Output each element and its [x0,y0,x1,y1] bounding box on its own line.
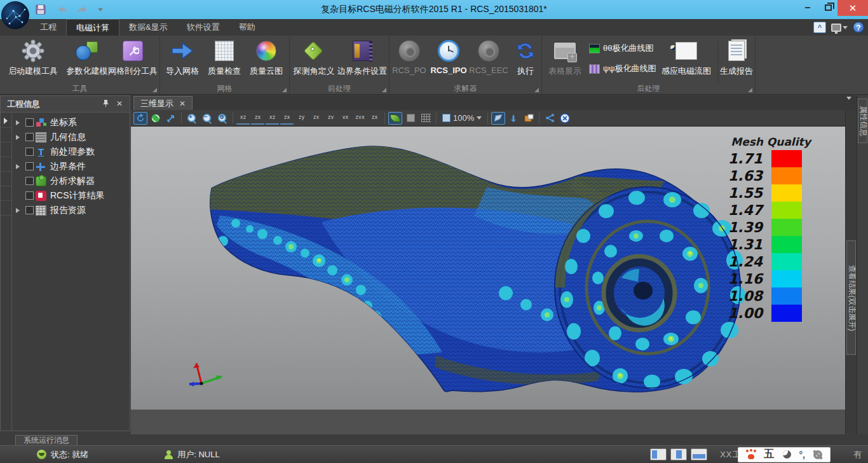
checkbox[interactable] [25,206,34,214]
generate-report-button[interactable]: 生成报告 [719,38,754,83]
minimize-button[interactable]: – [798,0,817,15]
app-logo[interactable] [1,1,29,29]
probe-angle-button[interactable]: 探测角定义 [291,38,337,83]
import-mesh-button[interactable]: 导入网格 [163,38,202,83]
view-zy-button[interactable]: zy [295,112,308,125]
gutter-arrow-icon[interactable] [4,118,8,124]
view-yz-button[interactable]: zx [309,112,323,125]
pan-button[interactable] [164,112,178,125]
tree-item-preprocess-params[interactable]: T 前处理参数 [12,144,128,159]
clear-view-button[interactable] [558,112,572,125]
view-xz-button[interactable]: xz [266,112,279,125]
orbit-button[interactable] [149,112,163,125]
close-button[interactable]: ✕ [837,0,868,16]
checkbox[interactable] [25,191,34,200]
boundary-settings-button[interactable]: 边界条件设置 [336,38,389,83]
tab-3d-display[interactable]: 三维显示 ✕ [133,96,193,110]
display-options-button[interactable] [831,24,848,32]
expander-icon[interactable] [16,135,20,140]
checkbox[interactable] [25,133,34,141]
checkbox[interactable] [25,118,34,127]
table-display-button[interactable]: 表格展示 [545,38,585,83]
pin-icon[interactable] [100,99,111,109]
psi-polar-curve-button[interactable]: ψψ极化曲线图 [589,61,656,76]
rainbow-sphere-icon [256,38,276,64]
tree-item-solver[interactable]: 分析求解器 [12,174,128,188]
tree-item-boundary[interactable]: 边界条件 [12,159,128,174]
tab-settings[interactable]: 软件设置 [177,19,229,36]
quality-check-button[interactable]: 质量检查 [205,38,244,83]
tree-item-report-resources[interactable]: 报告资源 [12,203,128,218]
launch-modeler-button[interactable]: 启动建模工具 [4,38,62,83]
ime-logo-icon[interactable] [746,450,756,459]
view-iso1-button[interactable]: zv [324,112,337,125]
tab-project[interactable]: 工程 [31,19,66,36]
layout-center-button[interactable] [670,448,687,460]
select-polygon-button[interactable] [491,112,505,125]
tree-item-coordinates[interactable]: 坐标系 [12,115,128,130]
capture-window-button[interactable] [522,112,536,125]
solver-rcs-eec-button[interactable]: RCS_EEC [470,38,508,83]
checkbox[interactable] [25,148,34,156]
zoom-extents-button[interactable]: ⊕ [215,112,229,125]
zoom-level-combo[interactable]: 100% [440,113,484,123]
view-zx-button[interactable]: zx [280,112,294,125]
layout-left-button[interactable] [650,448,667,460]
rotate-view-button[interactable] [133,112,147,125]
tab-help[interactable]: 帮助 [229,19,265,36]
legend-swatch [771,167,802,184]
induced-current-map-button[interactable]: 感应电磁流图 [658,38,715,83]
zoom-in-button[interactable]: + [185,112,199,125]
axis-triad [189,363,222,387]
group-launcher-icon[interactable] [382,88,386,92]
quality-contour-button[interactable]: 质量云图 [247,38,286,83]
arrow-down-button[interactable] [506,112,520,125]
tab-property-info[interactable]: 属性信息 [858,99,867,143]
tree-item-rcs-results[interactable]: RCS计算结果 [12,188,128,203]
shaded-mode-button[interactable] [388,112,402,125]
tab-system-messages[interactable]: 系统运行消息 [15,435,78,445]
expander-icon[interactable] [16,164,20,169]
restore-button[interactable] [818,0,837,15]
tab-view-results[interactable]: 查看结果(双击展开) [846,240,856,355]
solver-rcs-po-button[interactable]: RCS_PO [391,38,428,83]
expander-icon[interactable] [16,208,20,213]
zoom-out-button[interactable]: − [200,112,214,125]
theta-polar-curve-button[interactable]: θθ极化曲线图 [589,41,653,56]
view-xy-button[interactable]: xz [236,112,250,125]
solver-rcs-ipo-button[interactable]: RCS_IPO [429,38,468,83]
ime-punctuation-button[interactable]: °, [799,450,806,460]
group-label-preprocess: 前处理 [290,84,389,93]
group-launcher-icon[interactable] [282,88,287,92]
tree-item-geometry[interactable]: 几何信息 [12,130,128,144]
view-iso3-button[interactable]: zvx [353,112,367,125]
flat-mode-button[interactable] [403,112,417,125]
mesh-tool-button[interactable]: 网格剖分工具 [107,38,159,83]
ribbon-collapse-button[interactable]: ^ [813,22,826,33]
tab-data-display[interactable]: 数据&显示 [119,19,177,36]
view-iso4-button[interactable]: zx [368,112,381,125]
parametric-modeling-button[interactable]: 参数化建模 [62,38,112,83]
ime-halfwidth-icon[interactable] [783,450,791,459]
layout-bottom-button[interactable] [691,448,707,460]
viewport-canvas[interactable]: Mesh Quality 1.71 1.63 1.55 1.47 1.39 1.… [131,127,845,410]
checkbox[interactable] [25,177,34,185]
ribbon: 启动建模工具 参数化建模 网格剖分工具 工具 导入网格 [0,36,868,95]
group-launcher-icon[interactable] [534,88,539,92]
checkbox[interactable] [25,162,34,170]
share-button[interactable] [543,112,557,125]
panel-close-icon[interactable]: ✕ [114,99,125,109]
group-launcher-icon[interactable] [153,88,157,92]
group-launcher-icon[interactable] [748,88,752,92]
wireframe-mode-button[interactable] [419,112,433,125]
ime-mode-button[interactable]: 五 [764,448,775,461]
expander-icon[interactable] [16,120,20,125]
tab-close-icon[interactable]: ✕ [179,97,186,110]
view-yx-button[interactable]: zx [251,112,264,125]
view-iso2-button[interactable]: vx [339,112,352,125]
execute-button[interactable]: 执行 [512,38,539,83]
tab-em-compute[interactable]: 电磁计算 [66,19,119,36]
mesh-quality-legend: Mesh Quality 1.71 1.63 1.55 1.47 1.39 1.… [717,135,825,322]
ime-settings-icon[interactable] [813,450,822,459]
help-button[interactable]: ? [853,22,864,33]
